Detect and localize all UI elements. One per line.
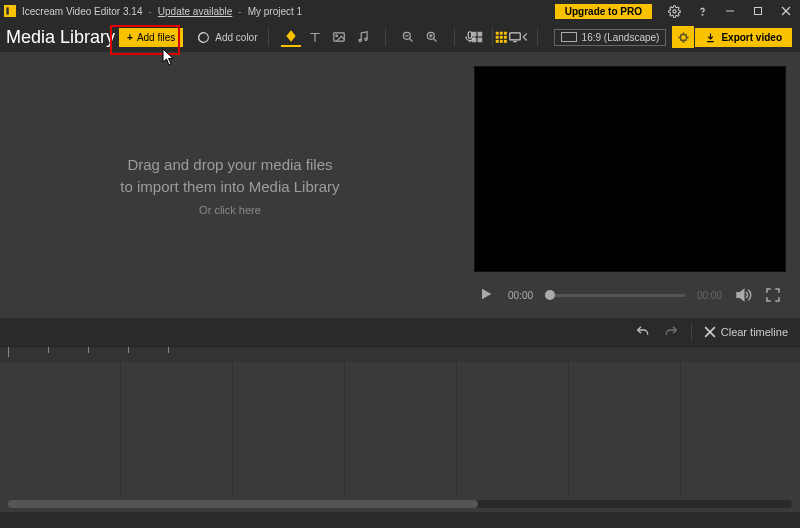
tool-transitions-icon[interactable] bbox=[281, 27, 301, 47]
app-logo-icon bbox=[4, 5, 16, 17]
video-preview-canvas[interactable] bbox=[474, 66, 786, 272]
main-toolbar: Media Library + Add files Add color bbox=[0, 22, 800, 52]
fullscreen-icon[interactable] bbox=[764, 286, 782, 304]
svg-line-15 bbox=[409, 39, 412, 42]
zoom-in-icon[interactable] bbox=[422, 27, 442, 47]
svg-marker-37 bbox=[482, 289, 491, 300]
divider bbox=[691, 324, 692, 340]
export-video-button[interactable]: Export video bbox=[695, 28, 792, 47]
add-files-label: Add files bbox=[137, 32, 175, 43]
svg-point-2 bbox=[672, 9, 675, 12]
update-available-link[interactable]: Update available bbox=[158, 6, 233, 17]
tool-text-icon[interactable] bbox=[305, 27, 325, 47]
aspect-ratio-icon bbox=[561, 32, 577, 42]
volume-icon[interactable] bbox=[734, 286, 752, 304]
svg-point-12 bbox=[358, 39, 360, 41]
window-minimize-button[interactable] bbox=[716, 0, 744, 22]
time-current: 00:00 bbox=[508, 290, 533, 301]
main-area: Drag and drop your media files to import… bbox=[0, 52, 800, 318]
divider bbox=[268, 28, 269, 46]
media-library-title: Media Library bbox=[6, 27, 115, 48]
time-total: 00:00 bbox=[697, 290, 722, 301]
player-controls: 00:00 00:00 bbox=[474, 272, 786, 318]
timeline-ruler[interactable] bbox=[0, 346, 800, 362]
project-name: My project 1 bbox=[248, 6, 302, 17]
aspect-ratio-label: 16:9 (Landscape) bbox=[582, 32, 660, 43]
window-close-button[interactable] bbox=[772, 0, 800, 22]
clear-timeline-button[interactable]: Clear timeline bbox=[704, 326, 788, 338]
help-icon[interactable] bbox=[688, 0, 716, 22]
clear-timeline-label: Clear timeline bbox=[721, 326, 788, 338]
aspect-ratio-selector[interactable]: 16:9 (Landscape) bbox=[554, 29, 667, 46]
svg-rect-0 bbox=[4, 5, 16, 17]
dropzone-click-hint: Or click here bbox=[120, 204, 339, 216]
zoom-out-icon[interactable] bbox=[398, 27, 418, 47]
svg-line-18 bbox=[433, 39, 436, 42]
settings-icon[interactable] bbox=[660, 0, 688, 22]
redo-button[interactable] bbox=[663, 324, 679, 340]
divider bbox=[492, 28, 493, 46]
seek-knob[interactable] bbox=[545, 290, 555, 300]
export-label: Export video bbox=[721, 32, 782, 43]
svg-rect-1 bbox=[6, 7, 8, 14]
timeline-track-area[interactable] bbox=[0, 362, 800, 512]
undo-button[interactable] bbox=[635, 324, 651, 340]
export-settings-button[interactable] bbox=[672, 26, 694, 48]
screen-capture-icon[interactable] bbox=[505, 27, 525, 47]
svg-rect-5 bbox=[755, 8, 762, 15]
svg-rect-35 bbox=[509, 33, 520, 40]
dropzone-text-line1: Drag and drop your media files bbox=[120, 154, 339, 176]
add-color-button[interactable]: Add color bbox=[197, 31, 257, 44]
tool-image-icon[interactable] bbox=[329, 27, 349, 47]
divider bbox=[385, 28, 386, 46]
svg-rect-34 bbox=[468, 32, 472, 38]
voiceover-mic-icon[interactable] bbox=[460, 27, 480, 47]
svg-point-11 bbox=[335, 35, 337, 37]
media-library-dropzone[interactable]: Drag and drop your media files to import… bbox=[0, 52, 460, 318]
timeline-header: Clear timeline bbox=[0, 318, 800, 346]
timeline-scrollbar-thumb[interactable] bbox=[8, 500, 478, 508]
timeline-scrollbar[interactable] bbox=[8, 500, 792, 508]
svg-point-3 bbox=[702, 14, 703, 15]
preview-panel: 00:00 00:00 bbox=[460, 52, 800, 318]
separator: - bbox=[148, 6, 151, 17]
tool-audio-icon[interactable] bbox=[353, 27, 373, 47]
plus-icon: + bbox=[127, 32, 133, 43]
divider bbox=[454, 28, 455, 46]
app-title: Icecream Video Editor 3.14 bbox=[22, 6, 142, 17]
svg-point-13 bbox=[364, 38, 366, 40]
window-maximize-button[interactable] bbox=[744, 0, 772, 22]
title-bar: Icecream Video Editor 3.14 - Update avai… bbox=[0, 0, 800, 22]
status-bar bbox=[0, 512, 800, 528]
play-button[interactable] bbox=[478, 286, 496, 304]
svg-marker-38 bbox=[737, 290, 744, 301]
svg-marker-9 bbox=[286, 30, 295, 42]
svg-rect-36 bbox=[681, 34, 686, 39]
upgrade-pro-button[interactable]: Upgrade to PRO bbox=[555, 4, 652, 19]
add-color-label: Add color bbox=[215, 32, 257, 43]
divider bbox=[537, 28, 538, 46]
add-files-button[interactable]: + Add files bbox=[119, 28, 183, 47]
dropzone-text-line2: to import them into Media Library bbox=[120, 176, 339, 198]
seek-slider[interactable] bbox=[545, 294, 685, 297]
separator: - bbox=[238, 6, 241, 17]
